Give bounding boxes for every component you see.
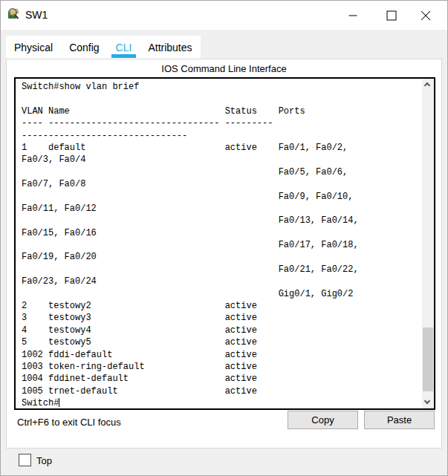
- terminal-text[interactable]: Switch#show vlan briefVLAN Name Status P…: [22, 81, 419, 407]
- scroll-down-button[interactable]: [422, 397, 434, 408]
- terminal-line: 1005 trnet-default active: [22, 385, 419, 397]
- minimize-icon: [349, 15, 357, 16]
- terminal-line: Fa0/13, Fa0/14,: [22, 215, 419, 226]
- terminal-line: 1002 fddi-default active: [22, 349, 419, 361]
- cli-terminal[interactable]: Switch#show vlan briefVLAN Name Status P…: [14, 77, 435, 410]
- top-checkbox-label: Top: [36, 455, 52, 466]
- terminal-line: ---- -------------------------------- --…: [22, 117, 419, 129]
- cli-focus-hint: Ctrl+F6 to exit CLI focus: [17, 417, 121, 428]
- terminal-line: 1003 token-ring-default active: [22, 361, 419, 373]
- chevron-down-icon: [424, 398, 430, 404]
- device-window: SW1 Physical Config CLI Attributes IOS C…: [0, 0, 448, 476]
- terminal-line: 1 default active Fa0/1, Fa0/2,: [22, 142, 419, 154]
- scroll-up-button[interactable]: [422, 79, 434, 91]
- terminal-line: Switch#: [22, 397, 419, 407]
- title-bar: SW1: [1, 1, 447, 30]
- terminal-line: Fa0/9, Fa0/10,: [22, 191, 419, 203]
- terminal-line: 2 testowy2 active: [22, 300, 419, 312]
- maximize-icon: [387, 10, 397, 20]
- tab-cli[interactable]: CLI: [108, 36, 140, 59]
- tab-config[interactable]: Config: [61, 36, 107, 59]
- terminal-line: [22, 93, 419, 105]
- copy-button[interactable]: Copy: [288, 411, 358, 429]
- terminal-scrollbar[interactable]: [422, 79, 434, 408]
- terminal-line: Gig0/1, Gig0/2: [22, 288, 419, 300]
- tab-bar: Physical Config CLI Attributes: [6, 36, 172, 59]
- scrollbar-thumb[interactable]: [423, 327, 433, 391]
- terminal-line: Fa0/5, Fa0/6,: [22, 166, 419, 178]
- terminal-line: 4 testowy4 active: [22, 325, 419, 336]
- paste-button[interactable]: Paste: [364, 411, 435, 429]
- terminal-line: VLAN Name Status Ports: [22, 105, 419, 117]
- terminal-line: Fa0/15, Fa0/16: [22, 227, 419, 239]
- minimize-button[interactable]: [336, 1, 370, 30]
- chevron-up-icon: [424, 82, 430, 88]
- terminal-line: Fa0/21, Fa0/22,: [22, 264, 419, 276]
- top-checkbox[interactable]: [19, 454, 31, 466]
- terminal-line: Switch#show vlan brief: [22, 81, 419, 93]
- terminal-line: Fa0/17, Fa0/18,: [22, 239, 419, 251]
- tab-physical[interactable]: Physical: [6, 36, 61, 59]
- maximize-button[interactable]: [374, 1, 409, 30]
- close-icon: [421, 10, 432, 21]
- window-title: SW1: [25, 9, 48, 21]
- terminal-line: Fa0/11, Fa0/12: [22, 203, 419, 215]
- terminal-line: -------------------------------: [22, 130, 419, 142]
- terminal-line: Fa0/3, Fa0/4: [22, 154, 419, 166]
- terminal-line: 5 testowy5 active: [22, 336, 419, 348]
- close-button[interactable]: [409, 1, 443, 30]
- terminal-line: 1004 fddinet-default active: [22, 373, 419, 385]
- terminal-line: Fa0/19, Fa0/20: [22, 251, 419, 263]
- cli-pane-title: IOS Command Line Interface: [7, 63, 441, 74]
- footer-bar: Top: [1, 449, 447, 475]
- text-cursor: [59, 398, 59, 407]
- scrollbar-track[interactable]: [422, 91, 434, 397]
- terminal-line: Fa0/23, Fa0/24: [22, 276, 419, 287]
- tab-attributes[interactable]: Attributes: [140, 36, 200, 59]
- terminal-line: Fa0/7, Fa0/8: [22, 178, 419, 190]
- terminal-line: 3 testowy3 active: [22, 312, 419, 324]
- packet-tracer-icon: [7, 7, 22, 22]
- cli-pane: IOS Command Line Interface Switch#show v…: [6, 59, 442, 449]
